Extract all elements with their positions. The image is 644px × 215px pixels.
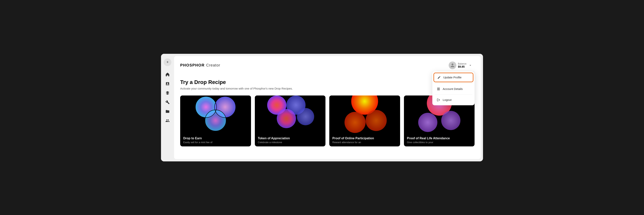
- balance-info: Balance: $9.85: [458, 62, 467, 68]
- logo: PHOSPHOR Creator: [180, 63, 220, 67]
- sidebar-item-home[interactable]: [164, 71, 171, 78]
- card-desc-2: Celebrate a milestone: [255, 141, 326, 146]
- dropdown-item-update-profile[interactable]: Update Profile: [434, 73, 474, 82]
- dropdown-item-account-details[interactable]: Account Details: [433, 84, 474, 94]
- svg-point-15: [366, 110, 387, 131]
- sidebar-item-collection[interactable]: [164, 80, 171, 88]
- table-icon: [436, 87, 440, 91]
- card-label-2: Token of Appreciation: [255, 134, 326, 141]
- sidebar-item-wrench[interactable]: [164, 98, 171, 106]
- logo-creator: Creator: [206, 63, 220, 67]
- sidebar-item-users[interactable]: [164, 117, 171, 124]
- sidebar: +: [161, 54, 174, 161]
- card-image-2: [255, 96, 326, 134]
- logo-phosphor: PHOSPHOR: [180, 63, 204, 67]
- pencil-icon: [437, 76, 441, 79]
- card-label-4: Proof of Real Life Attendance: [404, 134, 475, 141]
- update-profile-label: Update Profile: [443, 76, 462, 79]
- svg-point-11: [297, 108, 314, 125]
- svg-point-10: [277, 109, 296, 128]
- card-token-of-appreciation[interactable]: Token of Appreciation Celebrate a milest…: [255, 96, 326, 146]
- logout-label: Logout: [443, 98, 452, 101]
- svg-point-14: [344, 112, 366, 133]
- card-label-3: Proof of Online Participation: [329, 134, 400, 141]
- account-details-label: Account Details: [443, 87, 463, 91]
- app-window: + PHOSPHOR Creator: [161, 54, 483, 161]
- header-right: Balance: $9.85 Update Profile: [446, 60, 474, 71]
- dropdown-divider-1: [435, 83, 472, 84]
- logout-icon: [436, 98, 440, 102]
- user-icon: [450, 63, 455, 68]
- dropdown-item-logout[interactable]: Logout: [433, 95, 474, 105]
- svg-point-19: [441, 111, 460, 130]
- balance-amount: $9.85: [458, 65, 467, 68]
- card-proof-online[interactable]: Proof of Online Participation Reward att…: [329, 96, 400, 146]
- header: PHOSPHOR Creator Balance: $9.85: [174, 56, 481, 75]
- sidebar-item-layers[interactable]: [164, 89, 171, 97]
- dropdown-divider-2: [435, 94, 472, 95]
- card-desc-1: Easily sell for a mint fee of: [180, 141, 251, 146]
- account-button[interactable]: Balance: $9.85: [446, 60, 474, 71]
- card-image-3: [329, 96, 400, 134]
- main-content: PHOSPHOR Creator Balance: $9.85: [174, 56, 481, 159]
- card-image-1: [180, 96, 251, 134]
- card-desc-4: Give collectibles to your: [404, 141, 475, 146]
- section-subtitle: Activate your community today and tomorr…: [180, 87, 474, 90]
- cards-grid: Drop to Earn Easily sell for a mint fee …: [180, 96, 474, 146]
- chevron-down-icon: [468, 63, 472, 67]
- card-label-1: Drop to Earn: [180, 134, 251, 141]
- dropdown-menu: Update Profile Account Details: [432, 72, 474, 105]
- card-desc-3: Reward attendance for an: [329, 141, 400, 146]
- section-title: Try a Drop Recipe: [180, 79, 474, 85]
- card-drop-to-earn[interactable]: Drop to Earn Easily sell for a mint fee …: [180, 96, 251, 146]
- svg-point-18: [418, 113, 437, 132]
- sidebar-item-folder[interactable]: [164, 108, 171, 115]
- balance-label: Balance:: [458, 62, 467, 65]
- avatar: [449, 62, 456, 69]
- add-button[interactable]: +: [164, 58, 171, 66]
